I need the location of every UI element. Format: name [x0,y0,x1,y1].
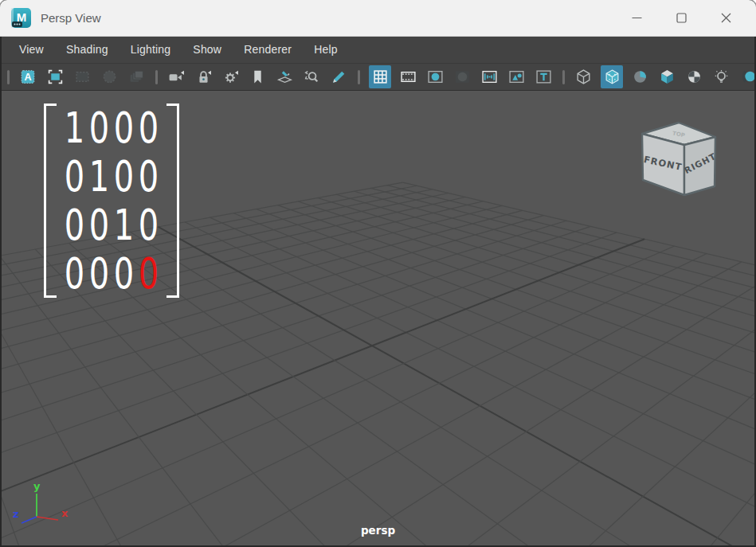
viewport-canvas[interactable]: 1000010000100000 TOP FRONT RIGHT y x z [2,90,754,545]
menu-help[interactable]: Help [303,37,349,63]
matrix-cell-0-2: 0 [115,104,133,152]
matrix-cell-3-3: 0 [139,249,158,298]
matrix-cell-2-2: 1 [115,201,133,249]
bookmarks-icon[interactable] [248,67,268,87]
window-title: Persp View [41,11,614,25]
panel-body: ViewShadingLightingShowRendererHelp A 10… [0,37,756,547]
film-gate-icon[interactable] [100,67,119,87]
matrix-cell-2-0: 0 [65,201,84,249]
camera-attributes-a-icon[interactable]: A [18,67,38,87]
maximize-button[interactable] [659,0,703,36]
textured-icon[interactable] [657,67,677,87]
matrix-cell-0-1: 0 [90,104,108,152]
menu-view[interactable]: View [8,37,55,63]
menu-renderer[interactable]: Renderer [233,37,303,63]
matrix-values: 1000010000100000 [57,104,166,298]
x-axis-line [37,517,58,520]
persp-view-window: M Persp View ViewShadingLightingShowRend… [0,0,756,547]
matrix-right-bracket [166,104,179,298]
material-ball-icon[interactable] [630,67,650,87]
minimize-icon [631,12,643,24]
toolbar-separator [358,70,360,84]
camera-settings-icon[interactable] [221,67,241,87]
menubar: ViewShadingLightingShowRendererHelp [2,37,754,63]
matrix-cell-1-3: 0 [139,152,158,201]
safe-action-icon[interactable] [425,67,445,87]
close-button[interactable] [703,0,748,36]
matrix-left-bracket [44,104,57,298]
titlebar[interactable]: M Persp View [0,0,756,37]
minimize-button[interactable] [614,0,659,36]
film-gate-display-icon[interactable] [398,67,418,87]
hud-text-icon[interactable] [534,67,554,87]
z-axis-label: z [13,508,19,520]
safe-title-icon[interactable] [507,67,527,87]
image-planes-icon[interactable] [127,67,147,87]
matrix-cell-2-1: 0 [90,201,108,249]
image-plane-icon[interactable] [275,67,295,87]
menu-lighting[interactable]: Lighting [119,37,182,63]
shadows-icon[interactable] [738,67,754,87]
maximize-icon [676,12,687,24]
z-axis-line [22,517,37,523]
maya-logo-icon: M [10,7,32,29]
y-axis-label: y [33,480,41,492]
camera-name-label: persp [2,524,754,537]
matrix-cell-1-2: 0 [115,152,133,201]
close-icon [720,12,732,24]
gate-mask-display-icon[interactable] [452,67,472,87]
select-camera-icon[interactable] [166,67,186,87]
matrix-cell-3-2: 0 [115,249,133,298]
grease-pencil-icon[interactable] [329,67,349,87]
resolution-gate-icon[interactable] [45,67,65,87]
matrix-overlay: 1000010000100000 [44,104,179,298]
view-cube[interactable]: TOP FRONT RIGHT [633,118,729,201]
matrix-cell-0-3: 0 [139,104,158,152]
matrix-cell-3-1: 0 [90,249,108,298]
wireframe-icon[interactable] [574,67,593,87]
gate-mask-icon[interactable] [72,67,92,87]
use-default-material-icon[interactable] [684,67,704,87]
matrix-cell-3-0: 0 [65,249,84,298]
toolbar-separator [155,70,158,84]
matrix-cell-2-3: 0 [139,201,158,249]
svg-text:A: A [24,72,31,83]
panel-toolbar: A [2,63,754,90]
maya-app-icon: M [10,7,32,29]
lock-camera-icon[interactable] [194,67,213,87]
display-grid-icon[interactable] [369,65,391,88]
menu-show[interactable]: Show [182,37,233,63]
pan-zoom-icon[interactable] [302,67,322,87]
matrix-cell-0-0: 1 [65,104,84,152]
matrix-cell-1-0: 0 [65,152,84,201]
axis-gizmo: y x z [10,477,81,529]
x-axis-label: x [61,507,69,519]
window-controls [614,0,748,36]
field-chart-icon[interactable] [480,67,499,87]
smooth-shade-icon[interactable] [601,65,623,88]
menu-shading[interactable]: Shading [55,37,119,63]
toolbar-separator [7,70,10,84]
toolbar-separator [562,70,565,84]
lights-icon[interactable] [711,67,731,87]
matrix-cell-1-1: 1 [90,152,108,201]
